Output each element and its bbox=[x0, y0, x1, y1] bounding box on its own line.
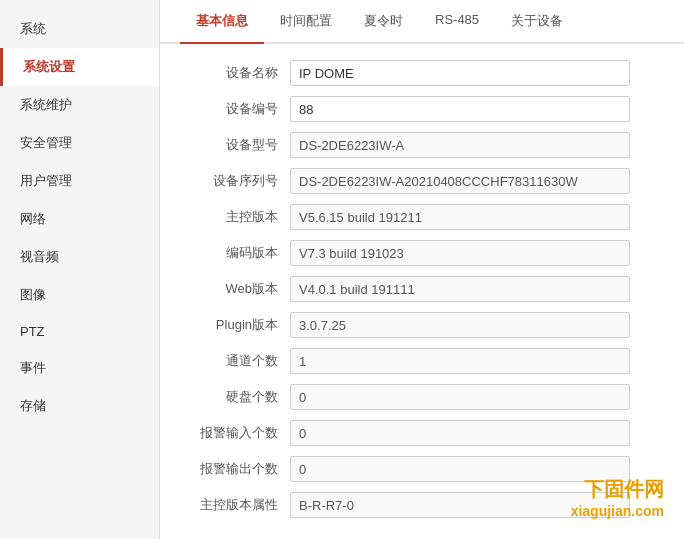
form-row-device-serial: 设备序列号 bbox=[190, 168, 654, 194]
input-encode-version bbox=[290, 240, 630, 266]
tab-basic-info[interactable]: 基本信息 bbox=[180, 0, 264, 44]
value-channel-count bbox=[290, 348, 630, 374]
value-alarm-in-count bbox=[290, 420, 630, 446]
form-row-hdd-count: 硬盘个数 bbox=[190, 384, 654, 410]
value-encode-version bbox=[290, 240, 630, 266]
input-hdd-count bbox=[290, 384, 630, 410]
tab-time-config[interactable]: 时间配置 bbox=[264, 0, 348, 44]
input-device-name[interactable] bbox=[290, 60, 630, 86]
input-alarm-in-count bbox=[290, 420, 630, 446]
input-plugin-version bbox=[290, 312, 630, 338]
sidebar-item-ptz[interactable]: PTZ bbox=[0, 314, 159, 349]
main-content: 基本信息时间配置夏令时RS-485关于设备 设备名称设备编号设备型号设备序列号主… bbox=[160, 0, 684, 539]
sidebar-item-storage[interactable]: 存储 bbox=[0, 387, 159, 425]
input-main-version bbox=[290, 204, 630, 230]
value-plugin-version bbox=[290, 312, 630, 338]
sidebar-item-event[interactable]: 事件 bbox=[0, 349, 159, 387]
input-web-version bbox=[290, 276, 630, 302]
label-alarm-in-count: 报警输入个数 bbox=[190, 424, 290, 442]
label-device-model: 设备型号 bbox=[190, 136, 290, 154]
form-row-main-version: 主控版本 bbox=[190, 204, 654, 230]
label-device-number: 设备编号 bbox=[190, 100, 290, 118]
sidebar: 系统系统设置系统维护安全管理用户管理网络视音频图像PTZ事件存储 bbox=[0, 0, 160, 539]
form-row-web-version: Web版本 bbox=[190, 276, 654, 302]
sidebar-item-network[interactable]: 网络 bbox=[0, 200, 159, 238]
sidebar-item-system-maintenance[interactable]: 系统维护 bbox=[0, 86, 159, 124]
value-web-version bbox=[290, 276, 630, 302]
value-device-serial bbox=[290, 168, 630, 194]
sidebar-item-system[interactable]: 系统 bbox=[0, 10, 159, 48]
form-row-device-model: 设备型号 bbox=[190, 132, 654, 158]
form-row-encode-version: 编码版本 bbox=[190, 240, 654, 266]
label-plugin-version: Plugin版本 bbox=[190, 316, 290, 334]
value-alarm-out-count bbox=[290, 456, 630, 482]
value-device-model bbox=[290, 132, 630, 158]
value-device-number bbox=[290, 96, 630, 122]
input-device-number[interactable] bbox=[290, 96, 630, 122]
form-row-alarm-in-count: 报警输入个数 bbox=[190, 420, 654, 446]
form-row-channel-count: 通道个数 bbox=[190, 348, 654, 374]
tab-dst[interactable]: 夏令时 bbox=[348, 0, 419, 44]
form-row-plugin-version: Plugin版本 bbox=[190, 312, 654, 338]
label-channel-count: 通道个数 bbox=[190, 352, 290, 370]
input-main-version-attr bbox=[290, 492, 630, 518]
label-web-version: Web版本 bbox=[190, 280, 290, 298]
value-main-version bbox=[290, 204, 630, 230]
label-hdd-count: 硬盘个数 bbox=[190, 388, 290, 406]
sidebar-item-av[interactable]: 视音频 bbox=[0, 238, 159, 276]
value-main-version-attr bbox=[290, 492, 630, 518]
label-encode-version: 编码版本 bbox=[190, 244, 290, 262]
form-row-device-number: 设备编号 bbox=[190, 96, 654, 122]
label-device-serial: 设备序列号 bbox=[190, 172, 290, 190]
tab-rs485[interactable]: RS-485 bbox=[419, 0, 495, 44]
input-device-serial bbox=[290, 168, 630, 194]
sidebar-item-image[interactable]: 图像 bbox=[0, 276, 159, 314]
label-alarm-out-count: 报警输出个数 bbox=[190, 460, 290, 478]
sidebar-item-security[interactable]: 安全管理 bbox=[0, 124, 159, 162]
sidebar-item-user-management[interactable]: 用户管理 bbox=[0, 162, 159, 200]
input-alarm-out-count bbox=[290, 456, 630, 482]
label-main-version-attr: 主控版本属性 bbox=[190, 496, 290, 514]
form-row-alarm-out-count: 报警输出个数 bbox=[190, 456, 654, 482]
sidebar-item-system-settings[interactable]: 系统设置 bbox=[0, 48, 159, 86]
tab-bar: 基本信息时间配置夏令时RS-485关于设备 bbox=[160, 0, 684, 44]
tab-about[interactable]: 关于设备 bbox=[495, 0, 579, 44]
label-main-version: 主控版本 bbox=[190, 208, 290, 226]
input-device-model bbox=[290, 132, 630, 158]
value-device-name bbox=[290, 60, 630, 86]
form-row-device-name: 设备名称 bbox=[190, 60, 654, 86]
form-area: 设备名称设备编号设备型号设备序列号主控版本编码版本Web版本Plugin版本通道… bbox=[160, 44, 684, 539]
form-row-main-version-attr: 主控版本属性 bbox=[190, 492, 654, 518]
input-channel-count bbox=[290, 348, 630, 374]
value-hdd-count bbox=[290, 384, 630, 410]
label-device-name: 设备名称 bbox=[190, 64, 290, 82]
